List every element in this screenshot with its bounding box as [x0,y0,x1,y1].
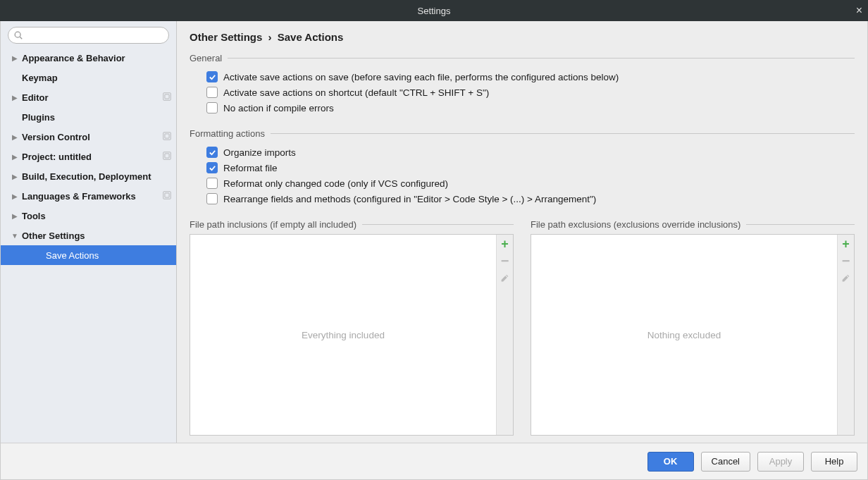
ok-button[interactable]: OK [647,452,694,472]
main-area: ▶Appearance & BehaviorKeymap▶EditorPlugi… [1,21,867,443]
checkbox-label: Rearrange fields and methods (configured… [223,194,596,204]
inclusions-col: File path inclusions (if empty all inclu… [190,219,514,436]
exclusions-col: File path exclusions (exclusions overrid… [531,219,855,436]
project-scope-icon [162,151,172,163]
inclusions-actions: + − [496,235,513,435]
sidebar-item[interactable]: ▶Project: untitled [1,147,176,166]
sidebar-item[interactable]: Save Actions [1,245,176,265]
chevron-right-icon: ▶ [11,173,19,180]
apply-button[interactable]: Apply [757,452,804,472]
search-input[interactable] [8,27,169,44]
exclusions-list[interactable]: Nothing excluded + − [531,234,855,436]
chevron-right-icon: ▶ [11,192,19,200]
placeholder-text: Nothing excluded [647,330,721,340]
inclusions-list[interactable]: Everything included + − [190,234,514,436]
checkbox-label: Activate save actions on shortcut (defau… [223,87,489,98]
chevron-right-icon: ▶ [11,153,19,161]
svg-rect-3 [165,94,169,98]
sidebar-item[interactable]: ▼Other Settings [1,226,176,245]
inclusion-exclusion-row: File path inclusions (if empty all inclu… [190,219,855,436]
project-scope-icon [162,190,172,202]
breadcrumb-b: Save Actions [278,31,344,43]
svg-rect-6 [163,152,171,159]
section-title-exclusions: File path exclusions (exclusions overrid… [531,219,855,230]
checkbox[interactable] [206,87,218,98]
sidebar-item[interactable]: ▶Appearance & Behavior [1,48,176,68]
divider [746,224,855,225]
chevron-right-icon: ▶ [11,94,19,101]
section-title-inclusions: File path inclusions (if empty all inclu… [190,219,514,230]
sidebar-item-label: Appearance & Behavior [22,53,172,63]
sidebar-item[interactable]: ▶Version Control [1,127,176,147]
chevron-right-icon: ▶ [11,133,19,141]
svg-rect-4 [163,132,171,140]
section-general: General Activate save actions on save (b… [190,53,855,116]
checkbox-label: Activate save actions on save (before sa… [223,72,619,82]
placeholder-text: Everything included [302,330,385,340]
remove-icon[interactable]: − [499,254,512,267]
add-icon[interactable]: + [499,238,512,250]
divider [362,224,514,225]
checkbox-label: Reformat file [223,163,278,173]
sidebar-item-label: Plugins [22,112,172,123]
section-title-label: File path inclusions (if empty all inclu… [190,219,356,230]
sidebar-item[interactable]: Keymap [1,68,176,87]
search-wrap [1,27,176,48]
checkbox-row[interactable]: Activate save actions on shortcut (defau… [190,85,855,100]
section-formatting: Formatting actions Organize importsRefor… [190,128,855,207]
section-title-formatting: Formatting actions [190,128,855,139]
checkbox-row[interactable]: Organize imports [190,144,855,160]
chevron-down-icon: ▼ [11,232,19,240]
checkbox-label: Reformat only changed code (only if VCS … [223,178,448,189]
checkbox[interactable] [206,193,218,204]
sidebar-item[interactable]: Plugins [1,107,176,127]
checkbox-label: Organize imports [223,147,296,158]
sidebar-item[interactable]: ▶Languages & Frameworks [1,186,176,206]
checkbox[interactable] [206,178,218,189]
exclusions-placeholder: Nothing excluded [531,235,837,435]
inclusions-placeholder: Everything included [190,235,496,435]
section-title-label: File path exclusions (exclusions overrid… [531,219,740,230]
section-title-general: General [190,53,855,63]
checkbox[interactable] [206,71,218,82]
checkbox-row[interactable]: Activate save actions on save (before sa… [190,69,855,85]
sidebar-item-label: Version Control [22,132,162,142]
cancel-button[interactable]: Cancel [701,452,750,472]
svg-rect-9 [165,192,169,197]
window-title: Settings [418,6,451,16]
section-title-label: Formatting actions [190,128,265,139]
svg-rect-8 [163,191,171,199]
sidebar-item[interactable]: ▶Tools [1,206,176,226]
sidebar-item-label: Other Settings [22,230,172,241]
divider [271,133,855,134]
project-scope-icon [162,131,172,143]
checkbox[interactable] [206,147,218,158]
sidebar-item-label: Languages & Frameworks [22,191,162,202]
checkbox-row[interactable]: No action if compile errors [190,100,855,116]
svg-rect-2 [163,92,171,100]
checkbox[interactable] [206,162,218,173]
checkbox-row[interactable]: Reformat only changed code (only if VCS … [190,176,855,191]
divider [228,58,855,59]
checkbox-row[interactable]: Reformat file [190,160,855,176]
button-bar: OK Cancel Apply Help [1,443,867,479]
sidebar-item[interactable]: ▶Build, Execution, Deployment [1,166,176,186]
content-panel: Other Settings › Save Actions General Ac… [177,21,867,443]
sidebar-item-label: Tools [22,211,172,221]
sidebar-item[interactable]: ▶Editor [1,87,176,107]
sidebar-item-label: Keymap [22,73,172,83]
remove-icon[interactable]: − [840,254,852,267]
edit-icon[interactable] [499,271,512,284]
sidebar-item-label: Editor [22,92,162,103]
checkbox-row[interactable]: Rearrange fields and methods (configured… [190,191,855,207]
settings-tree: ▶Appearance & BehaviorKeymap▶EditorPlugi… [1,48,176,443]
close-icon[interactable]: × [856,5,862,16]
add-icon[interactable]: + [840,238,852,250]
chevron-right-icon: ▶ [11,54,19,62]
sidebar-item-label: Project: untitled [22,152,162,162]
help-button[interactable]: Help [811,452,857,472]
checkbox[interactable] [206,102,218,113]
sidebar: ▶Appearance & BehaviorKeymap▶EditorPlugi… [1,21,177,443]
edit-icon[interactable] [840,271,852,284]
checkbox-label: No action if compile errors [223,103,334,113]
